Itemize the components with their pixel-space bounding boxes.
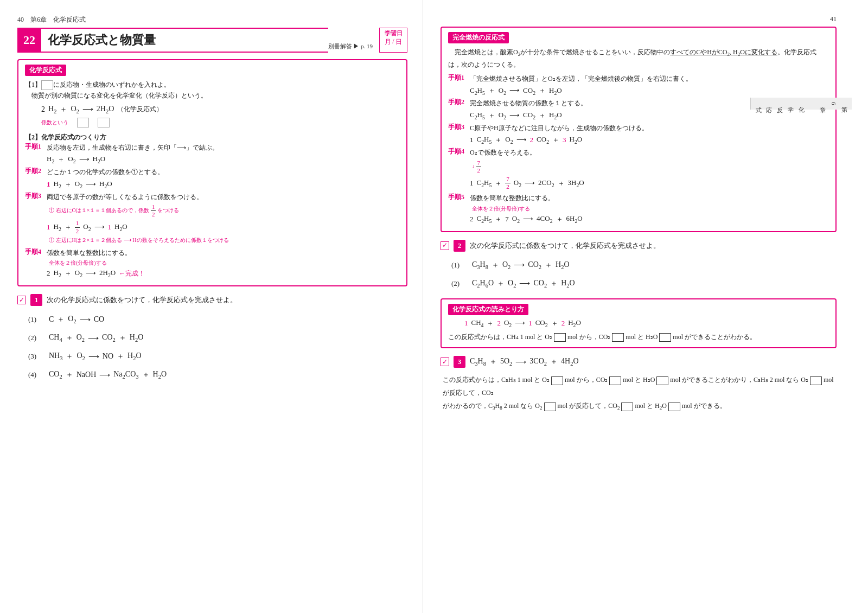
e3-blank-3[interactable] [656, 376, 668, 385]
exercise3-checkbox[interactable]: ✓ [441, 357, 449, 366]
prob2-row: (2) CH4 ＋ O2 ⟶ CO2 ＋ H2O [28, 333, 407, 343]
r4-3h2o: 3H2O [568, 178, 584, 188]
r-step1-row: 手順1 「完全燃焼させる物質」とO₂を左辺，「完全燃焼後の物質」を右辺に書く。 [448, 73, 829, 84]
betsukai-text: 別冊解答 ▶ p. 19 [328, 42, 375, 53]
step2-text: どこか１つの化学式の係数を①とする。 [47, 167, 164, 177]
e3-3co2: 3CO2 [529, 357, 547, 367]
e3-blank-2[interactable] [609, 376, 621, 385]
blank-box-coeff1[interactable] [77, 118, 89, 127]
r3-2: 2 [530, 136, 534, 144]
rp1-co2: CO2 [528, 260, 541, 270]
step1-formula: H2 ＋ O2 ⟶ H2O [47, 155, 400, 164]
e3-blank-6[interactable] [621, 403, 633, 411]
r5-7: 7 [505, 215, 509, 224]
prob4-naoh: NaOH [76, 371, 97, 379]
r-step2-label: 手順2 [448, 98, 470, 107]
prob3-h2o: H2O [127, 352, 142, 361]
prob1-c: C [49, 315, 54, 324]
e3-blank-7[interactable] [668, 403, 680, 411]
prob3-num: (3) [28, 352, 46, 361]
prob3-row: (3) NH3 ＋ O2 ⟶ NO ＋ H2O [28, 352, 407, 361]
e3-blank-4[interactable] [810, 376, 822, 385]
blank-box-coeff2[interactable] [98, 118, 110, 127]
step4-label: 手順4 [25, 247, 47, 257]
chemical-eq-label: （化学反応式） [117, 105, 163, 114]
s1-o2: O2 [68, 155, 75, 164]
exercise3-title-row: ✓ 3 C3H8 ＋ 5O2 ⟶ 3CO2 ＋ 4H2O [441, 356, 837, 368]
mol-blank-3[interactable] [659, 333, 671, 342]
study-date-box: 学習日 月 / 日 [379, 28, 407, 53]
exercise2-checkbox[interactable]: ✓ [441, 241, 449, 250]
coeff-label-small: 係数という [41, 119, 68, 126]
right-page: 41 完全燃焼の反応式 完全燃焼とは，酸素O2が十分な条件で燃焼させることをいい… [423, 0, 852, 613]
prob2-o2: O2 [76, 333, 85, 343]
r3-c2h5: C2H5 [477, 135, 492, 145]
step1-row: 手順1 反応物を左辺，生成物を右辺に書き，矢印「⟶」で結ぶ。 [25, 142, 400, 153]
reading-text3: mol と H₂O [626, 333, 658, 341]
e3-c3h8: C3H8 [470, 357, 486, 367]
step3-label: 手順3 [25, 191, 47, 201]
left-page: 40 第6章 化学反応式 22 化学反応式と物質量 別冊解答 ▶ p. 19 学… [0, 0, 423, 613]
e3-text6b: mol が反応して，CO2 [558, 402, 620, 410]
prob2-h2o: H2O [130, 333, 144, 343]
reading-text4: mol ができることがわかる。 [673, 333, 756, 341]
study-date-label: 学習日 [385, 29, 403, 37]
prob2-ch4: CH4 [49, 333, 62, 343]
r5-6h2o: 6H2O [566, 214, 583, 224]
exercise3-formula-row: C3H8 ＋ 5O2 ⟶ 3CO2 ＋ 4H2O [470, 357, 579, 367]
re-1: 1 [464, 319, 468, 328]
exercise1-instruction: 次の化学反応式に係数をつけて，化学反応式を完成させよ。 [47, 295, 237, 305]
e3-blank-1[interactable] [551, 376, 563, 385]
r4-half: 72 [505, 176, 510, 190]
plus1: ＋ [60, 105, 67, 114]
section2-title: 完全燃焼の反応式 [448, 32, 509, 43]
r-step1-text: 「完全燃焼させる物質」とO₂を左辺，「完全燃焼後の物質」を右辺に書く。 [470, 73, 692, 84]
e3-blank-5[interactable] [544, 403, 556, 411]
prob2-co2: CO2 [102, 333, 116, 343]
right-page-number: 41 [441, 15, 837, 23]
re-h2o: H2O [568, 318, 581, 328]
h2: H2 [48, 105, 56, 114]
step2-label: 手順2 [25, 167, 47, 176]
prob1-num: (1) [28, 315, 46, 324]
r3-co2: CO2 [537, 135, 549, 145]
r-prob2-row: (2) C2H6O ＋ O2 ⟶ CO2 ＋ H2O [451, 279, 837, 289]
section1-body2: 物質が別の物質になる変化を化学変化（化学反応）という。 [25, 90, 400, 101]
rp2-c2h6o: C2H6O [472, 279, 494, 289]
exercise3-text: この反応式からは，C₃H₈ 1 mol と O₂ mol から，CO₂ mol … [443, 373, 837, 413]
exercise1-num: 1 [30, 294, 42, 306]
e3-text7b: mol と H2O [635, 402, 667, 410]
s3-h2o: H2O [114, 222, 127, 232]
r4-o2: O2 [514, 178, 521, 188]
arrow1: ⟶ [82, 105, 93, 114]
e3-text3: mol と H₂O [623, 376, 655, 384]
page: 40 第6章 化学反応式 22 化学反応式と物質量 別冊解答 ▶ p. 19 学… [0, 0, 868, 613]
s3-half: 12 [75, 220, 80, 234]
r-step3-label: 手順3 [448, 123, 470, 132]
s4-o2: O2 [75, 269, 82, 278]
r-step5-row: 手順5 係数を簡単な整数比にする。 [448, 193, 829, 203]
exercise3-section: ✓ 3 C3H8 ＋ 5O2 ⟶ 3CO2 ＋ 4H2O この反応式からは，C₃… [441, 356, 837, 413]
mol-blank-1[interactable] [554, 333, 566, 342]
mol-blank-2[interactable] [612, 333, 624, 342]
r-step3-formula: 1C2H5 ＋ O2 ⟶ 2CO2 ＋ 3H2O [470, 135, 829, 145]
r-step5-text: 係数を簡単な整数比にする。 [470, 193, 554, 203]
reading-text-row: この反応式からは，CH₄ 1 mol と O₂ mol から，CO₂ mol と… [448, 331, 829, 343]
step3-row: 手順3 両辺で各原子の数が等しくなるように係数をつける。 [25, 191, 400, 202]
r1-h2o: H2O [549, 86, 562, 96]
r-prob1-num: (1) [451, 261, 469, 270]
step4-formula: 2H2 ＋ O2 ⟶ 2H2O ←完成！ [47, 269, 400, 278]
prob4-h2o: H2O [153, 370, 167, 380]
s4-done: ←完成！ [119, 269, 145, 278]
blank-box-1[interactable] [41, 80, 53, 90]
s3-h2: H2 [54, 222, 61, 232]
s4-2h2o: 2H2O [99, 269, 116, 278]
r-step4-text: O₂で係数をそろえる。 [470, 147, 536, 158]
prob1-co: CO [94, 315, 104, 324]
rp2-h2o: H2O [561, 279, 575, 289]
exercise1-checkbox[interactable]: ✓ [17, 296, 26, 304]
step4-annot: 全体を２倍(分母倍)する [49, 259, 400, 267]
chapter-num-box: 22 [17, 28, 41, 53]
e3-5o2: 5O2 [500, 357, 512, 367]
r2-c2h5: C2H5 [470, 111, 485, 120]
